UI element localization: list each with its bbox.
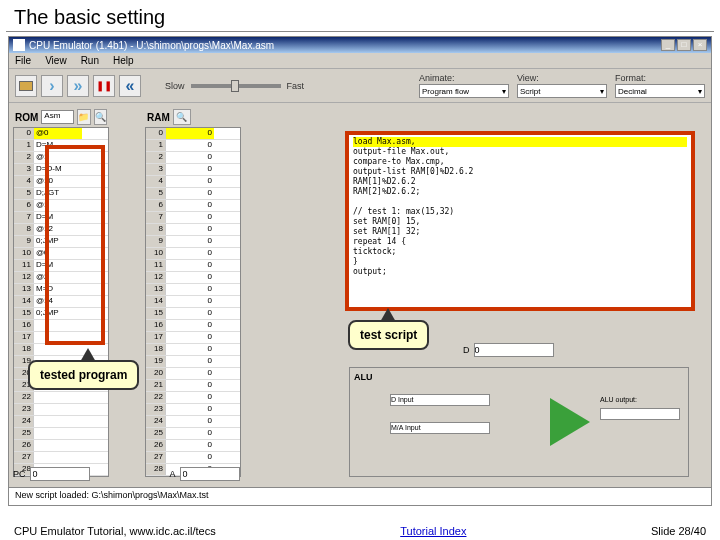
table-row[interactable]: 25 xyxy=(14,428,108,440)
menu-view[interactable]: View xyxy=(45,55,67,66)
callout-tested-program: tested program xyxy=(28,360,139,390)
table-row[interactable]: 200 xyxy=(146,368,240,380)
slide-number: Slide 28/40 xyxy=(651,525,706,537)
maximize-button[interactable]: □ xyxy=(677,39,691,51)
table-row[interactable]: 17 xyxy=(14,332,108,344)
table-row[interactable]: 14@14 xyxy=(14,296,108,308)
table-row[interactable]: 20 xyxy=(146,152,240,164)
table-row[interactable]: 0@0 xyxy=(14,128,108,140)
table-row[interactable]: 24 xyxy=(14,416,108,428)
tutorial-index-link[interactable]: Tutorial Index xyxy=(400,525,466,537)
table-row[interactable]: 10 xyxy=(146,140,240,152)
table-row[interactable]: 00 xyxy=(146,128,240,140)
menubar: File View Run Help xyxy=(9,53,711,69)
view-select[interactable]: Script▾ xyxy=(517,84,607,98)
table-row[interactable]: 240 xyxy=(146,416,240,428)
table-row[interactable]: 11D=M xyxy=(14,260,108,272)
app-window: CPU Emulator (1.4b1) - U:\shimon\progs\M… xyxy=(8,36,712,506)
table-row[interactable]: 210 xyxy=(146,380,240,392)
table-row[interactable]: 16 xyxy=(14,320,108,332)
table-row[interactable]: 180 xyxy=(146,344,240,356)
pc-input[interactable] xyxy=(30,467,90,481)
alu-output-label: ALU output: xyxy=(600,396,637,403)
table-row[interactable]: 230 xyxy=(146,404,240,416)
table-row[interactable]: 6@1 xyxy=(14,200,108,212)
a-label: A xyxy=(170,469,176,479)
table-row[interactable]: 13M=D xyxy=(14,284,108,296)
table-row[interactable]: 100 xyxy=(146,248,240,260)
pause-button[interactable]: ❚❚ xyxy=(93,75,115,97)
table-row[interactable]: 190 xyxy=(146,356,240,368)
table-row[interactable]: 80 xyxy=(146,224,240,236)
rom-load-button[interactable]: 📁 xyxy=(77,109,90,125)
format-select[interactable]: Decimal▾ xyxy=(615,84,705,98)
table-row[interactable]: 2@1 xyxy=(14,152,108,164)
d-input[interactable] xyxy=(474,343,554,357)
script-line: load Max.asm, xyxy=(353,137,687,147)
close-button[interactable]: × xyxy=(693,39,707,51)
table-row[interactable]: 150;JMP xyxy=(14,308,108,320)
menu-run[interactable]: Run xyxy=(81,55,99,66)
table-row[interactable]: 90 xyxy=(146,236,240,248)
table-row[interactable]: 22 xyxy=(14,392,108,404)
open-button[interactable] xyxy=(15,75,37,97)
animate-select[interactable]: Program flow▾ xyxy=(419,84,509,98)
rom-table: 0@01D=M2@13D=D-M4@105D;JGT6@17D=M8@1290;… xyxy=(13,127,109,477)
table-row[interactable]: 250 xyxy=(146,428,240,440)
ram-label: RAM xyxy=(147,112,170,123)
d-register: D xyxy=(463,343,554,357)
table-row[interactable]: 140 xyxy=(146,296,240,308)
table-row[interactable]: 3D=D-M xyxy=(14,164,108,176)
table-row[interactable]: 8@12 xyxy=(14,224,108,236)
table-row[interactable]: 10@0 xyxy=(14,248,108,260)
table-row[interactable]: 50 xyxy=(146,188,240,200)
script-line xyxy=(353,197,687,207)
minimize-button[interactable]: _ xyxy=(661,39,675,51)
table-row[interactable]: 60 xyxy=(146,200,240,212)
register-bar: PC A xyxy=(13,467,240,481)
table-row[interactable]: 90;JMP xyxy=(14,236,108,248)
menu-help[interactable]: Help xyxy=(113,55,134,66)
a-input[interactable] xyxy=(180,467,240,481)
rewind-button[interactable]: « xyxy=(119,75,141,97)
slider-thumb[interactable] xyxy=(231,80,239,92)
table-row[interactable]: 130 xyxy=(146,284,240,296)
slow-label: Slow xyxy=(165,81,185,91)
table-row[interactable]: 220 xyxy=(146,392,240,404)
titlebar: CPU Emulator (1.4b1) - U:\shimon\progs\M… xyxy=(9,37,711,53)
ram-table: 0010203040506070809010011012013014015016… xyxy=(145,127,241,477)
table-row[interactable]: 1D=M xyxy=(14,140,108,152)
table-row[interactable]: 7D=M xyxy=(14,212,108,224)
table-row[interactable]: 5D;JGT xyxy=(14,188,108,200)
table-row[interactable]: 27 xyxy=(14,452,108,464)
table-row[interactable]: 23 xyxy=(14,404,108,416)
ram-panel: RAM 🔍 0010203040506070809010011012013014… xyxy=(145,107,241,499)
table-row[interactable]: 26 xyxy=(14,440,108,452)
ram-find-button[interactable]: 🔍 xyxy=(173,109,191,125)
app-icon xyxy=(13,39,25,51)
table-row[interactable]: 270 xyxy=(146,452,240,464)
step-button[interactable]: › xyxy=(41,75,63,97)
rom-label: ROM xyxy=(15,112,38,123)
table-row[interactable]: 170 xyxy=(146,332,240,344)
table-row[interactable]: 40 xyxy=(146,176,240,188)
rom-find-button[interactable]: 🔍 xyxy=(94,109,107,125)
speed-slider[interactable] xyxy=(191,84,281,88)
table-row[interactable]: 120 xyxy=(146,272,240,284)
table-row[interactable]: 12@2 xyxy=(14,272,108,284)
table-row[interactable]: 110 xyxy=(146,260,240,272)
table-row[interactable]: 260 xyxy=(146,440,240,452)
table-row[interactable]: 70 xyxy=(146,212,240,224)
table-row[interactable]: 4@10 xyxy=(14,176,108,188)
script-line: RAM[1]%D2.6.2 xyxy=(353,177,687,187)
table-row[interactable]: 30 xyxy=(146,164,240,176)
script-line: ticktock; xyxy=(353,247,687,257)
double-chevron-left-icon: « xyxy=(126,77,135,95)
table-row[interactable]: 160 xyxy=(146,320,240,332)
script-line: output-list RAM[0]%D2.6.2 xyxy=(353,167,687,177)
footer: CPU Emulator Tutorial, www.idc.ac.il/tec… xyxy=(14,525,706,537)
table-row[interactable]: 150 xyxy=(146,308,240,320)
rom-mode-select[interactable]: Asm xyxy=(41,110,74,124)
fast-forward-button[interactable]: » xyxy=(67,75,89,97)
menu-file[interactable]: File xyxy=(15,55,31,66)
